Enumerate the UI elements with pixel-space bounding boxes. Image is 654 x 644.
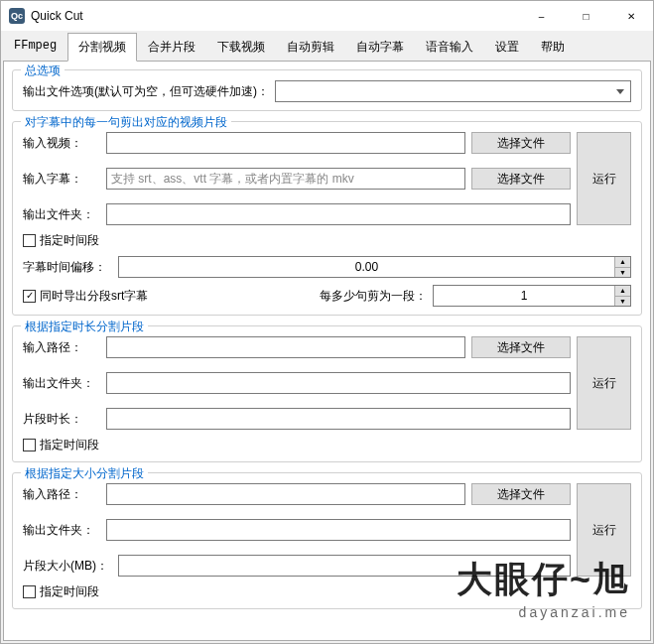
checkbox-icon: [23, 290, 36, 303]
tab-auto-subtitle[interactable]: 自动字幕: [345, 33, 415, 62]
group-size: 根据指定大小分割片段 输入路径： 选择文件 输出文件夹： 片段大小(MB)：: [12, 472, 642, 609]
checkbox-icon: [23, 585, 36, 598]
specify-range-checkbox-1[interactable]: 指定时间段: [23, 232, 99, 249]
content-area: 总选项 输出文件选项(默认可为空，但可选硬件加速)： 对字幕中的每一句剪出对应的…: [3, 61, 651, 641]
tab-download[interactable]: 下载视频: [206, 33, 276, 62]
choose-file-button-duration[interactable]: 选择文件: [471, 336, 571, 358]
choose-file-button-size[interactable]: 选择文件: [471, 483, 571, 505]
per-lines-value: 1: [434, 289, 614, 303]
input-path-label-2: 输入路径：: [23, 486, 100, 503]
output-folder-field-3[interactable]: [106, 519, 571, 541]
offset-spinbox[interactable]: 0.00 ▲▼: [118, 256, 631, 278]
specify-range-label-2: 指定时间段: [40, 437, 99, 453]
specify-range-checkbox-3[interactable]: 指定时间段: [23, 583, 99, 600]
close-button[interactable]: ✕: [608, 1, 653, 31]
tab-split-video[interactable]: 分割视频: [67, 33, 137, 62]
output-folder-label-1: 输出文件夹：: [23, 206, 100, 223]
spin-down-icon[interactable]: ▼: [615, 268, 630, 278]
app-icon: Qc: [9, 8, 25, 24]
specify-range-label-1: 指定时间段: [40, 232, 99, 249]
window-title: Quick Cut: [31, 9, 519, 23]
group-subtitle-legend: 对字幕中的每一句剪出对应的视频片段: [21, 114, 231, 131]
choose-video-button[interactable]: 选择文件: [471, 132, 571, 154]
segment-size-field[interactable]: [118, 555, 571, 577]
group-duration-legend: 根据指定时长分割片段: [21, 319, 148, 335]
spin-up-icon[interactable]: ▲: [615, 257, 630, 268]
checkbox-icon: [23, 234, 36, 247]
input-subtitle-field[interactable]: [106, 168, 465, 190]
segment-size-label: 片段大小(MB)：: [23, 558, 112, 575]
run-button-size[interactable]: 运行: [577, 483, 631, 577]
tab-merge[interactable]: 合并片段: [137, 33, 206, 62]
output-options-combo[interactable]: [275, 80, 631, 102]
output-folder-field-1[interactable]: [106, 203, 571, 225]
export-srt-label: 同时导出分段srt字幕: [40, 288, 148, 305]
run-button-duration[interactable]: 运行: [577, 336, 631, 430]
group-size-legend: 根据指定大小分割片段: [21, 465, 148, 482]
maximize-button[interactable]: □: [564, 1, 608, 31]
choose-subtitle-button[interactable]: 选择文件: [471, 168, 571, 190]
tab-settings[interactable]: 设置: [484, 33, 530, 62]
output-folder-label-2: 输出文件夹：: [23, 375, 100, 392]
output-folder-field-2[interactable]: [106, 372, 571, 394]
input-path-field-2[interactable]: [106, 483, 465, 505]
app-window: Qc Quick Cut – □ ✕ FFmpeg 分割视频 合并片段 下载视频…: [0, 0, 654, 644]
checkbox-icon: [23, 439, 36, 451]
tab-bar: FFmpeg 分割视频 合并片段 下载视频 自动剪辑 自动字幕 语音输入 设置 …: [1, 31, 653, 62]
specify-range-checkbox-2[interactable]: 指定时间段: [23, 437, 99, 453]
group-subtitle: 对字幕中的每一句剪出对应的视频片段 输入视频： 选择文件 输入字幕： 选择文件 …: [12, 121, 642, 316]
segment-duration-field[interactable]: [106, 408, 571, 430]
segment-duration-label: 片段时长：: [23, 411, 100, 428]
tab-voice-input[interactable]: 语音输入: [415, 33, 484, 62]
input-subtitle-label: 输入字幕：: [23, 171, 100, 188]
export-srt-checkbox[interactable]: 同时导出分段srt字幕: [23, 288, 231, 305]
input-video-field[interactable]: [106, 132, 465, 154]
run-button-subtitle[interactable]: 运行: [577, 132, 631, 225]
output-options-label: 输出文件选项(默认可为空，但可选硬件加速)：: [23, 83, 269, 100]
input-path-field-1[interactable]: [106, 336, 465, 358]
offset-label: 字幕时间偏移：: [23, 259, 112, 276]
input-video-label: 输入视频：: [23, 135, 100, 152]
titlebar: Qc Quick Cut – □ ✕: [1, 1, 653, 31]
group-general: 总选项 输出文件选项(默认可为空，但可选硬件加速)：: [12, 69, 642, 111]
tab-auto-edit[interactable]: 自动剪辑: [276, 33, 345, 62]
spin-down-icon[interactable]: ▼: [615, 297, 630, 307]
tab-ffmpeg[interactable]: FFmpeg: [3, 33, 67, 62]
output-folder-label-3: 输出文件夹：: [23, 522, 100, 539]
minimize-button[interactable]: –: [519, 1, 564, 31]
per-lines-spinbox[interactable]: 1 ▲▼: [433, 285, 631, 307]
input-path-label-1: 输入路径：: [23, 339, 100, 356]
offset-value: 0.00: [119, 260, 614, 274]
group-general-legend: 总选项: [21, 63, 65, 79]
spin-up-icon[interactable]: ▲: [615, 286, 630, 297]
specify-range-label-3: 指定时间段: [40, 583, 99, 600]
tab-help[interactable]: 帮助: [530, 33, 576, 62]
per-lines-label: 每多少句剪为一段：: [320, 288, 427, 305]
group-duration: 根据指定时长分割片段 输入路径： 选择文件 输出文件夹： 片段时长：: [12, 325, 642, 462]
